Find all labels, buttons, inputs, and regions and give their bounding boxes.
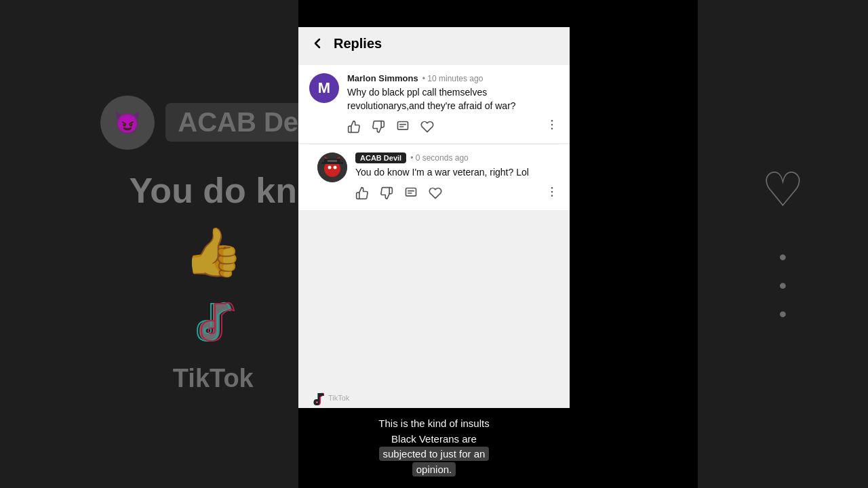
reply-item: ACAB Devil • 0 seconds ago You do know I… — [298, 144, 570, 210]
svg-point-11 — [334, 166, 337, 169]
back-button[interactable] — [309, 35, 326, 52]
svg-point-4 — [551, 124, 553, 126]
like-button[interactable] — [355, 186, 369, 200]
svg-point-5 — [551, 128, 553, 130]
comment-actions — [355, 185, 559, 202]
comments-area[interactable]: M Marlon Simmons • 10 minutes ago Why do… — [298, 60, 570, 388]
comment-time: • 0 seconds ago — [410, 153, 469, 163]
bg-tiktok: TikTok — [173, 293, 254, 393]
caption-line4: opinion. — [412, 462, 456, 476]
reply-button[interactable] — [404, 186, 418, 200]
top-bar — [298, 0, 570, 27]
comment-body: ACAB Devil • 0 seconds ago You do know I… — [355, 152, 559, 202]
bg-heart: ♡ — [762, 162, 804, 218]
comment-item: M Marlon Simmons • 10 minutes ago Why do… — [298, 65, 570, 143]
more-options-button[interactable] — [545, 118, 559, 135]
svg-point-18 — [551, 187, 553, 189]
more-options-button[interactable] — [545, 185, 559, 202]
bg-like-icon: 👍 — [184, 224, 243, 280]
comment-header: ACAB Devil • 0 seconds ago — [355, 152, 559, 163]
bg-dots: ••• — [779, 245, 787, 327]
heart-button[interactable] — [429, 186, 442, 200]
avatar: M — [309, 73, 339, 103]
comment-actions — [347, 118, 559, 135]
replies-header: Replies — [298, 27, 570, 60]
bg-tiktok-icon — [186, 293, 240, 359]
comment-text: You do know I'm a war veteran, right? Lo… — [355, 166, 559, 180]
username-badge: ACAB Devil — [355, 152, 406, 163]
dislike-button[interactable] — [380, 186, 393, 200]
bg-main-text: You do kn — [116, 170, 311, 211]
bg-tiktok-text: TikTok — [173, 364, 254, 393]
svg-point-3 — [551, 120, 553, 122]
caption-line1: This is the kind of insults — [378, 418, 489, 429]
dislike-button[interactable] — [372, 120, 385, 134]
caption-line3-highlighted: subjected to just for an — [379, 447, 490, 461]
comment-header: Marlon Simmons • 10 minutes ago — [347, 73, 559, 83]
svg-rect-15 — [406, 188, 416, 197]
comment-username: Marlon Simmons — [347, 73, 418, 83]
caption-line2: Black Veterans are — [391, 433, 477, 445]
header-title: Replies — [334, 36, 382, 52]
caption-overlay: This is the kind of insults Black Vetera… — [298, 408, 570, 488]
like-button[interactable] — [347, 120, 361, 134]
svg-rect-13 — [321, 162, 343, 164]
comment-time: • 10 minutes ago — [422, 74, 484, 83]
svg-rect-14 — [328, 160, 337, 162]
svg-point-19 — [551, 191, 553, 193]
comment-text: Why do black ppl call themselves revolut… — [347, 86, 559, 113]
bg-avatar: 😈 — [100, 96, 155, 150]
svg-point-10 — [328, 166, 332, 169]
caption-content: This is the kind of insults Black Vetera… — [298, 413, 570, 480]
phone-panel: Replies M Marlon Simmons • 10 minutes ag… — [298, 0, 570, 488]
tiktok-watermark-label: TikTok — [328, 394, 349, 402]
reply-button[interactable] — [396, 120, 410, 134]
tiktok-watermark-icon — [309, 390, 324, 405]
acab-avatar — [317, 152, 347, 182]
svg-rect-0 — [398, 121, 408, 129]
bg-right: ♡ ••• — [698, 0, 868, 488]
comment-body: Marlon Simmons • 10 minutes ago Why do b… — [347, 73, 559, 135]
heart-button[interactable] — [420, 120, 434, 134]
svg-point-20 — [551, 195, 553, 197]
tiktok-watermark: TikTok — [298, 388, 570, 408]
